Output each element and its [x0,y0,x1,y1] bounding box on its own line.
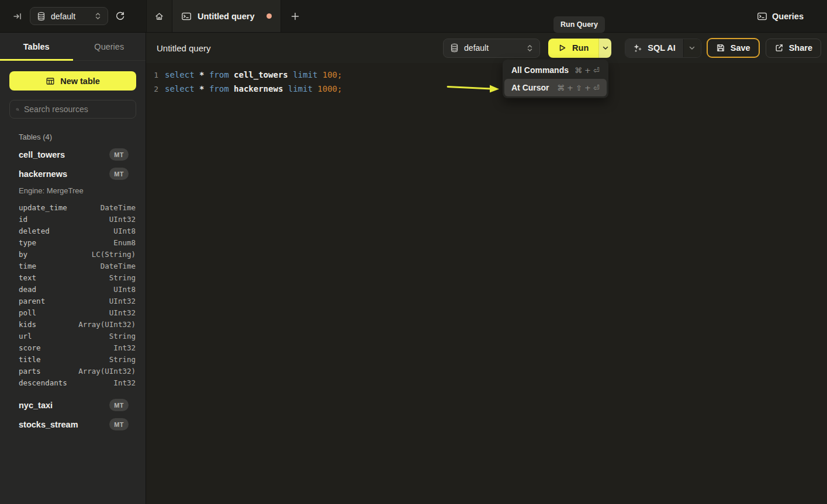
column-row: idUInt32 [0,213,146,225]
sql-ai-button[interactable]: SQL AI [625,39,683,57]
search-input[interactable] [24,105,130,114]
column-row: kidsArray(UInt32) [0,318,146,330]
engine-badge: MT [109,148,129,161]
new-tab-button[interactable] [281,0,309,32]
run-split-button: Run [548,39,611,58]
code-text: select * from cell_towers limit 100; [165,70,342,79]
run-label: Run [572,43,589,53]
topbar-left: default [0,0,146,32]
topbar-spacer [309,0,757,32]
share-button[interactable]: Share [766,39,821,58]
column-type: String [109,355,136,364]
column-row: scoreInt32 [0,342,146,353]
tab-queries[interactable]: Queries [73,33,146,60]
save-icon [716,43,725,53]
table-name: nyc_taxi [19,401,53,410]
unsaved-dot [267,13,272,19]
run-menu-item[interactable]: All Commands⌘ + ⏎ [504,61,607,79]
refresh-icon[interactable] [115,11,125,21]
toolbar-database-value: default [464,43,521,53]
collapse-sidebar-icon[interactable] [13,12,23,21]
columns-list: update_timeDateTimeidUInt32deletedUInt8t… [0,199,146,395]
sidebar: Tables Queries New table Tables (4) cell… [0,33,146,504]
run-query-tooltip: Run Query [553,16,605,33]
new-table-button[interactable]: New table [9,71,136,91]
query-tab[interactable]: Untitled query [172,0,281,32]
play-icon [558,44,566,52]
column-type: UInt32 [109,308,136,317]
column-name: url [19,332,32,340]
line-number: 1 [146,71,165,79]
table-engine: Engine: MergeTree [0,183,146,199]
column-name: title [19,355,41,364]
table-row[interactable]: hackernewsMT [0,164,146,183]
tab-tables[interactable]: Tables [0,33,73,60]
column-row: partsArray(UInt32) [0,365,146,377]
table-name: stocks_stream [19,420,78,429]
search-box [9,100,136,119]
column-row: deadUInt8 [0,283,146,295]
column-type: String [109,332,136,340]
query-toolbar: Untitled query default Run [146,33,827,63]
column-type: Array(UInt32) [78,320,136,329]
sql-ai-options-button[interactable] [683,39,701,57]
tables-section-label: Tables (4) [19,133,136,141]
column-name: score [19,343,41,352]
table-row[interactable]: stocks_streamMT [0,415,146,434]
column-type: DateTime [101,203,136,212]
column-row: typeEnum8 [0,237,146,248]
search-icon [16,105,19,114]
top-bar: default Untitled query [0,0,827,33]
column-type: UInt32 [109,215,136,224]
run-options-button[interactable] [598,39,611,58]
updown-chevrons-icon [94,12,102,20]
database-selector-value: default [51,12,89,21]
database-icon [450,43,459,53]
run-menu: All Commands⌘ + ⏎At Cursor⌘ + ⇧ + ⏎ [503,60,608,98]
queries-icon [757,12,767,21]
table-name: hackernews [19,169,67,179]
run-menu-item[interactable]: At Cursor⌘ + ⇧ + ⏎ [504,79,607,96]
table-name: cell_towers [19,150,65,159]
column-row: textString [0,272,146,283]
menu-item-shortcut: ⌘ + ⇧ + ⏎ [557,84,600,92]
column-row: timeDateTime [0,260,146,272]
column-row: deletedUInt8 [0,225,146,237]
table-icon [46,77,55,86]
engine-badge: MT [109,399,129,411]
column-type: UInt8 [113,285,136,294]
toolbar-database-selector[interactable]: default [443,39,540,58]
engine-badge: MT [109,418,129,430]
sql-ai-label: SQL AI [648,43,676,53]
column-type: UInt8 [113,227,136,235]
share-label: Share [789,43,812,53]
run-button[interactable]: Run [548,39,598,58]
queries-label: Queries [772,12,804,21]
tables-list: cell_towersMThackernewsMTEngine: MergeTr… [0,145,146,434]
column-type: Array(UInt32) [78,367,136,376]
database-selector[interactable]: default [30,7,108,25]
column-type: DateTime [101,262,136,270]
column-name: deleted [19,227,50,235]
engine-badge: MT [109,168,129,180]
column-type: Enum8 [113,238,136,247]
column-row: update_timeDateTime [0,201,146,213]
new-table-label: New table [60,77,100,86]
home-tab[interactable] [146,0,172,32]
column-name: poll [19,308,36,317]
sql-ai-split-button: SQL AI [625,39,701,58]
table-row[interactable]: cell_towersMT [0,145,146,164]
home-icon [154,12,164,21]
table-row[interactable]: nyc_taxiMT [0,395,146,415]
column-name: by [19,250,27,259]
updown-chevrons-icon [526,44,534,53]
menu-item-label: At Cursor [511,83,549,92]
chevron-down-icon [603,46,608,50]
sql-editor[interactable]: 1select * from cell_towers limit 100;2se… [146,63,827,504]
plus-icon [290,12,300,21]
code-text: select * from hackernews limit 1000; [165,84,342,93]
save-button[interactable]: Save [707,38,760,58]
code-line: 1select * from cell_towers limit 100; [146,68,827,82]
queries-button[interactable]: Queries [757,0,804,32]
chevron-down-icon [689,46,695,50]
